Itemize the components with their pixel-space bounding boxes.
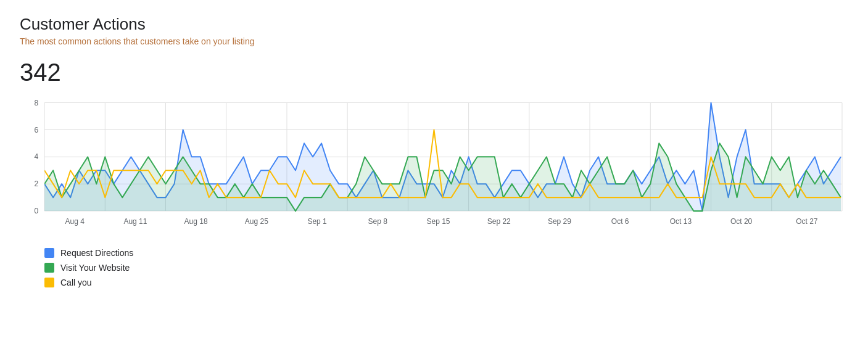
svg-text:Sep 8: Sep 8 <box>368 217 388 226</box>
svg-text:Aug 4: Aug 4 <box>65 217 85 226</box>
legend-item-website: Visit Your Website <box>44 263 848 273</box>
page-subtitle: The most common actions that customers t… <box>20 36 848 46</box>
svg-text:Oct 6: Oct 6 <box>611 217 629 226</box>
svg-text:Aug 18: Aug 18 <box>184 217 208 226</box>
chart-legend: Request Directions Visit Your Website Ca… <box>20 248 848 287</box>
legend-label-website: Visit Your Website <box>60 263 130 273</box>
total-count: 342 <box>20 59 848 86</box>
svg-text:Oct 20: Oct 20 <box>730 217 753 226</box>
svg-text:8: 8 <box>34 98 38 107</box>
legend-item-call: Call you <box>44 278 848 287</box>
svg-marker-39 <box>44 143 841 211</box>
svg-text:Sep 22: Sep 22 <box>487 217 511 226</box>
legend-label-call: Call you <box>60 278 92 287</box>
svg-text:0: 0 <box>34 207 38 215</box>
svg-text:4: 4 <box>34 152 38 161</box>
svg-text:Sep 15: Sep 15 <box>426 217 450 226</box>
chart-svg: 8 6 4 2 0 Aug 4 Aug 11 Aug 18 Aug 25 Sep… <box>20 96 848 238</box>
legend-label-directions: Request Directions <box>60 248 133 258</box>
svg-text:Oct 27: Oct 27 <box>796 217 818 226</box>
legend-color-directions <box>44 248 54 258</box>
legend-color-call <box>44 278 54 287</box>
svg-text:Aug 11: Aug 11 <box>123 217 147 226</box>
svg-text:Aug 25: Aug 25 <box>245 217 268 226</box>
page-title: Customer Actions <box>20 15 848 34</box>
svg-text:Sep 29: Sep 29 <box>548 217 571 226</box>
legend-item-directions: Request Directions <box>44 248 848 258</box>
chart-container: 8 6 4 2 0 Aug 4 Aug 11 Aug 18 Aug 25 Sep… <box>20 96 848 238</box>
svg-text:Sep 1: Sep 1 <box>307 217 327 226</box>
svg-text:2: 2 <box>34 180 38 188</box>
svg-text:Oct 13: Oct 13 <box>670 217 692 226</box>
svg-text:6: 6 <box>34 125 38 134</box>
legend-color-website <box>44 263 54 273</box>
